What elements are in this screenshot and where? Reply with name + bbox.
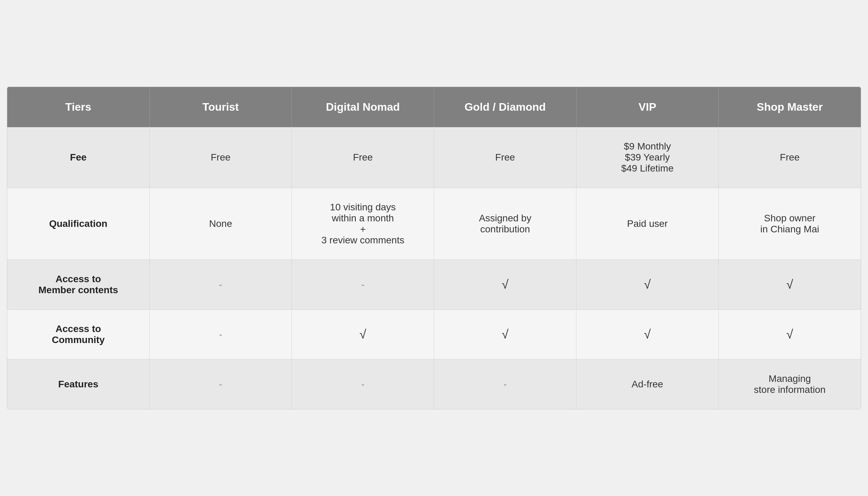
row-label: Access toMember contents: [7, 260, 150, 310]
row-tourist: Free: [150, 127, 292, 188]
row-digital_nomad: 10 visiting dayswithin a month+3 review …: [292, 188, 434, 260]
row-gold_diamond: Assigned bycontribution: [434, 188, 576, 260]
row-gold_diamond: Free: [434, 127, 576, 188]
row-gold_diamond: √: [434, 260, 576, 310]
row-shop_master: √: [718, 310, 861, 360]
row-digital_nomad: √: [292, 310, 434, 360]
row-shop_master: √: [718, 260, 861, 310]
row-label: Qualification: [7, 188, 150, 260]
header-tourist: Tourist: [150, 87, 292, 127]
table-row: QualificationNone10 visiting dayswithin …: [7, 188, 861, 260]
table-row: FeeFreeFreeFree$9 Monthly$39 Yearly$49 L…: [7, 127, 861, 188]
row-tourist: -: [150, 260, 292, 310]
row-gold_diamond: -: [434, 360, 576, 409]
row-vip: √: [576, 260, 718, 310]
row-label: Features: [7, 360, 150, 409]
row-vip: Ad-free: [576, 360, 718, 409]
row-vip: Paid user: [576, 188, 718, 260]
row-vip: $9 Monthly$39 Yearly$49 Lifetime: [576, 127, 718, 188]
table-row: Access toMember contents--√√√: [7, 260, 861, 310]
row-gold_diamond: √: [434, 310, 576, 360]
row-shop_master: Free: [718, 127, 861, 188]
header-gold-diamond: Gold / Diamond: [434, 87, 576, 127]
table-row: Features---Ad-freeManagingstore informat…: [7, 360, 861, 409]
header-row: Tiers Tourist Digital Nomad Gold / Diamo…: [7, 87, 861, 127]
row-tourist: -: [150, 360, 292, 409]
row-tourist: None: [150, 188, 292, 260]
row-digital_nomad: -: [292, 260, 434, 310]
table-row: Access toCommunity-√√√√: [7, 310, 861, 360]
row-shop_master: Managingstore information: [718, 360, 861, 409]
row-label: Fee: [7, 127, 150, 188]
header-tiers: Tiers: [7, 87, 150, 127]
row-label: Access toCommunity: [7, 310, 150, 360]
tiers-table: Tiers Tourist Digital Nomad Gold / Diamo…: [7, 87, 861, 409]
header-vip: VIP: [576, 87, 718, 127]
header-digital-nomad: Digital Nomad: [292, 87, 434, 127]
header-shop-master: Shop Master: [718, 87, 861, 127]
row-digital_nomad: Free: [292, 127, 434, 188]
row-vip: √: [576, 310, 718, 360]
row-digital_nomad: -: [292, 360, 434, 409]
row-shop_master: Shop ownerin Chiang Mai: [718, 188, 861, 260]
row-tourist: -: [150, 310, 292, 360]
